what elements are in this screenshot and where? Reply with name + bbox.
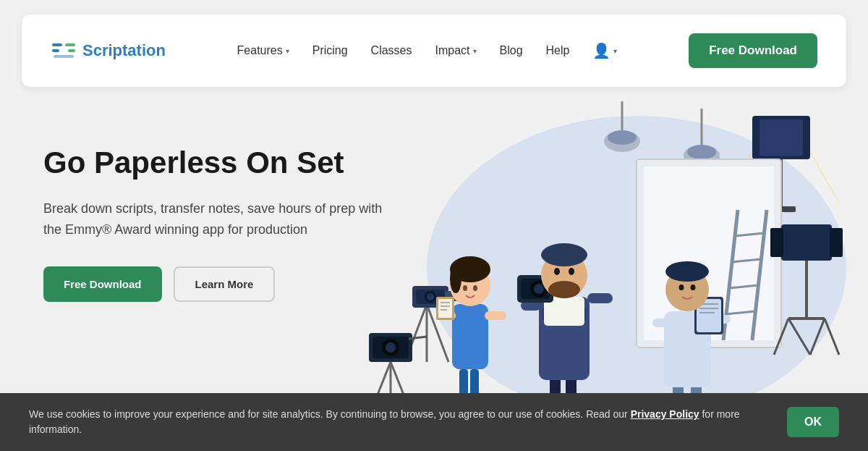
svg-point-70 [554, 268, 560, 275]
svg-point-65 [534, 284, 544, 294]
svg-rect-97 [781, 224, 832, 261]
svg-line-10 [810, 152, 839, 203]
film-set-illustration [362, 101, 854, 434]
chevron-down-icon: ▾ [613, 47, 617, 55]
svg-point-69 [548, 281, 580, 298]
nav-blog[interactable]: Blog [500, 44, 523, 57]
svg-rect-77 [652, 319, 667, 327]
logo[interactable]: Scriptation [51, 38, 166, 64]
svg-rect-61 [587, 293, 613, 303]
nav-impact[interactable]: Impact ▾ [435, 44, 477, 57]
svg-point-49 [450, 264, 461, 293]
svg-point-51 [473, 285, 477, 291]
chevron-down-icon: ▾ [473, 47, 477, 55]
svg-rect-6 [760, 119, 803, 156]
svg-rect-39 [452, 304, 488, 369]
nav-account[interactable]: 👤 ▾ [592, 42, 617, 59]
svg-point-50 [463, 285, 467, 291]
hero-text: Go Paperless On Set Break down scripts, … [43, 130, 391, 302]
svg-rect-41 [485, 311, 506, 320]
svg-point-87 [691, 284, 696, 290]
svg-line-104 [810, 319, 825, 355]
chevron-down-icon: ▾ [286, 47, 289, 55]
svg-rect-1 [52, 49, 59, 52]
nav-pricing[interactable]: Pricing [312, 44, 348, 57]
privacy-policy-link[interactable]: Privacy Policy [631, 408, 699, 420]
cookie-ok-button[interactable]: OK [787, 407, 839, 437]
nav-links: Features ▾ Pricing Classes Impact ▾ Blog… [237, 42, 618, 59]
svg-rect-4 [54, 55, 74, 58]
svg-point-92 [386, 342, 396, 353]
hero-illustration [391, 130, 825, 434]
svg-line-105 [825, 319, 839, 355]
logo-icon [51, 38, 77, 64]
svg-point-14 [608, 130, 637, 145]
user-icon: 👤 [592, 42, 610, 59]
svg-line-103 [788, 319, 810, 355]
svg-rect-43 [438, 299, 452, 318]
svg-rect-3 [68, 49, 75, 52]
navbar: Scriptation Features ▾ Pricing Classes I… [22, 14, 846, 87]
svg-rect-99 [830, 228, 843, 257]
svg-point-17 [687, 145, 716, 159]
svg-point-68 [541, 243, 587, 266]
hero-buttons: Free Download Learn More [43, 266, 391, 302]
nav-features[interactable]: Features ▾ [237, 44, 289, 57]
cookie-banner: We use cookies to improve your experienc… [0, 393, 868, 451]
hero-secondary-button[interactable]: Learn More [174, 266, 276, 302]
svg-rect-2 [65, 43, 75, 46]
nav-classes[interactable]: Classes [371, 44, 412, 57]
hero-subtitle: Break down scripts, transfer notes, save… [43, 198, 391, 240]
hero-title: Go Paperless On Set [43, 145, 391, 181]
nav-help[interactable]: Help [546, 44, 570, 57]
logo-text: Scriptation [82, 41, 166, 60]
free-download-button[interactable]: Free Download [689, 33, 817, 68]
hero-primary-button[interactable]: Free Download [43, 266, 162, 302]
cookie-text: We use cookies to improve your experienc… [29, 407, 787, 437]
svg-point-71 [569, 268, 574, 275]
svg-point-32 [427, 293, 434, 300]
hero-section: Go Paperless On Set Break down scripts, … [0, 101, 868, 400]
svg-point-85 [665, 261, 709, 282]
svg-rect-0 [52, 43, 62, 46]
svg-rect-98 [770, 228, 783, 257]
svg-point-86 [679, 284, 684, 290]
